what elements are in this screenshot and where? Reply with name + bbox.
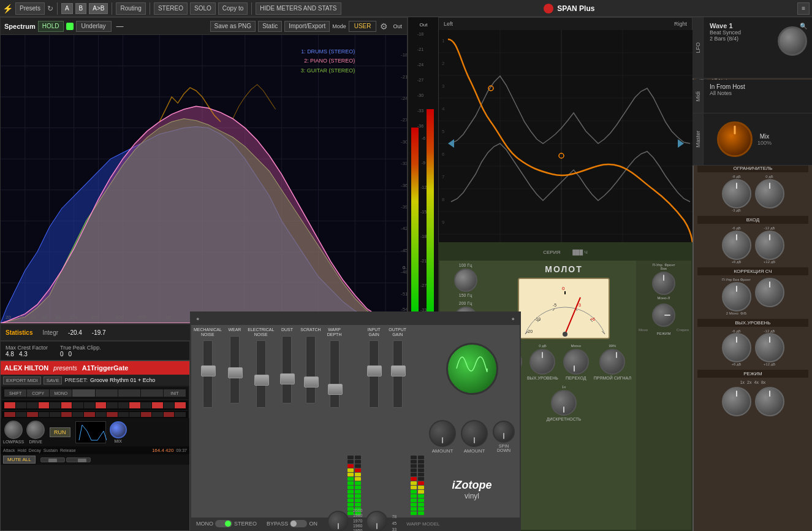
step7[interactable] <box>72 402 83 408</box>
export-midi-button[interactable]: EXPORT MIDI <box>3 376 41 384</box>
stereo-button[interactable]: STEREO <box>154 2 188 15</box>
iz-amount2-knob[interactable] <box>461 420 488 447</box>
menu-button[interactable]: ≡ <box>797 2 810 15</box>
rpm-knob[interactable] <box>366 511 388 532</box>
mono-btn[interactable]: MONO <box>50 389 72 397</box>
sg2-s8[interactable] <box>84 412 95 417</box>
lim-knob2[interactable] <box>755 179 784 208</box>
step13[interactable] <box>141 402 152 408</box>
savepng-button[interactable]: Save as PNG <box>210 21 256 32</box>
lfo-main-knob[interactable] <box>778 26 807 56</box>
copyto-button[interactable]: Copy to <box>218 2 248 15</box>
mono-stereo-track[interactable] <box>215 520 232 527</box>
step11[interactable] <box>118 402 129 408</box>
sg2-s2[interactable] <box>16 412 27 417</box>
year-knob[interactable] <box>327 511 349 532</box>
lfo-expand-icon[interactable]: 🔍 <box>800 23 807 29</box>
spin-down-knob[interactable] <box>493 421 515 443</box>
copy-btn[interactable]: COPY <box>27 389 49 397</box>
sg2-s14[interactable] <box>152 412 163 417</box>
mech-noise-fader[interactable] <box>203 340 213 408</box>
step16[interactable] <box>175 402 186 408</box>
sg2-s6[interactable] <box>61 412 72 417</box>
btn3[interactable] <box>118 389 140 397</box>
sg2-s11[interactable] <box>118 412 129 417</box>
mute-slider2[interactable] <box>66 457 91 462</box>
outlevel-knob[interactable] <box>529 349 555 375</box>
static-button[interactable]: Static <box>258 21 282 32</box>
shift-btn[interactable]: SHIFT <box>4 389 26 397</box>
out-knob2[interactable] <box>755 333 784 362</box>
sg2-s7[interactable] <box>72 412 83 417</box>
warp-fader[interactable] <box>330 340 340 408</box>
lowpass-knob[interactable] <box>4 421 23 439</box>
inp-knob1[interactable] <box>722 231 751 260</box>
sg2-s13[interactable] <box>141 412 152 417</box>
knee-knob[interactable] <box>652 272 675 295</box>
ab-button[interactable]: A <box>61 3 73 14</box>
mix-knob[interactable] <box>110 421 127 438</box>
freq-knob1[interactable] <box>454 269 477 292</box>
elec-noise-fader[interactable] <box>256 340 266 408</box>
scratch-fader[interactable] <box>306 336 316 403</box>
btn2[interactable] <box>96 389 118 397</box>
solo-button[interactable]: SOLO <box>190 2 216 15</box>
step4[interactable] <box>39 402 50 408</box>
routing-button[interactable]: Routing <box>116 2 145 15</box>
step10[interactable] <box>107 402 118 408</box>
mode-user-button[interactable]: USER <box>349 21 377 32</box>
sg2-s15[interactable] <box>164 412 175 417</box>
dust-fader[interactable] <box>282 336 292 403</box>
cor-knob2[interactable] <box>755 278 784 307</box>
bypass-track[interactable] <box>290 520 307 527</box>
inp-knob2[interactable] <box>755 231 784 260</box>
refresh-icon[interactable]: ↻ <box>47 4 53 13</box>
step14[interactable] <box>152 402 163 408</box>
underlay-button[interactable]: Underlay <box>76 21 112 32</box>
ab3-button[interactable]: A>B <box>89 3 108 14</box>
sg2-s9[interactable] <box>96 412 107 417</box>
btn4[interactable] <box>141 389 163 397</box>
sg2-s1[interactable] <box>4 412 15 417</box>
lim-knob1[interactable] <box>722 179 751 208</box>
init-btn[interactable]: INIT <box>164 389 186 397</box>
hide-button[interactable]: HIDE METERS AND STATS <box>256 2 341 15</box>
step9[interactable] <box>96 402 107 408</box>
cor-knob1[interactable] <box>722 282 751 311</box>
sg2-s16[interactable] <box>175 412 186 417</box>
importexport-button[interactable]: Import/Export <box>284 21 330 32</box>
sg2-s10[interactable] <box>107 412 118 417</box>
wear-fader[interactable] <box>230 336 240 403</box>
step8[interactable] <box>84 402 95 408</box>
work-knob[interactable] <box>652 304 675 327</box>
sg2-s4[interactable] <box>39 412 50 417</box>
hold-button[interactable]: HOLD <box>38 21 64 32</box>
iz-header-btn1[interactable]: ● <box>196 316 199 322</box>
sg2-s12[interactable] <box>129 412 140 417</box>
sg2-s3[interactable] <box>27 412 38 417</box>
step3[interactable] <box>27 402 38 408</box>
drive-knob[interactable] <box>26 421 45 439</box>
step6[interactable] <box>61 402 72 408</box>
save-button[interactable]: SAVE <box>44 376 63 384</box>
sg2-s5[interactable] <box>50 412 61 417</box>
step15[interactable] <box>164 402 175 408</box>
output-gain-fader[interactable] <box>393 340 403 408</box>
run-button[interactable]: RUN <box>50 427 70 437</box>
out-knob1[interactable] <box>722 333 751 362</box>
ab2-button[interactable]: B <box>75 3 87 14</box>
mode-knob2[interactable] <box>755 387 784 416</box>
mode-knob1[interactable] <box>722 387 751 416</box>
gear-icon[interactable]: ⚙ <box>379 21 389 31</box>
step5[interactable] <box>50 402 61 408</box>
discrete-knob[interactable] <box>551 390 577 416</box>
transition-knob[interactable] <box>563 349 589 375</box>
iz-header-btn2[interactable]: ● <box>512 316 515 322</box>
step1[interactable] <box>4 402 15 408</box>
mute-all-button[interactable]: MUTE ALL <box>3 456 36 464</box>
step12[interactable] <box>129 402 140 408</box>
direct-knob[interactable] <box>599 349 625 375</box>
master-knob[interactable] <box>717 121 753 157</box>
iz-amount1-knob[interactable] <box>429 420 456 447</box>
presets-button[interactable]: Presets <box>15 2 45 15</box>
